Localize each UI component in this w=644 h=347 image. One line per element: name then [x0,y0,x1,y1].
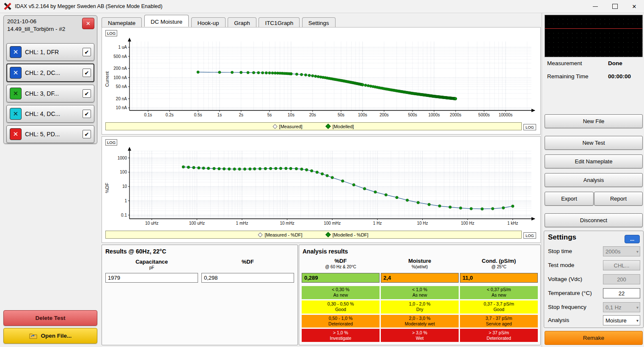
stop-time-label: Stop time [548,248,572,254]
channel-item-2[interactable]: ✕ CHL: 2, DC... ✔ [6,63,94,82]
channel-item-5[interactable]: ✕ CHL: 5, PD... ✔ [6,125,94,143]
new-file-button[interactable]: New File [545,114,643,128]
svg-text:0.2s: 0.2s [165,113,173,117]
log-scale-toggle[interactable]: LOG [105,30,117,36]
settings-group: Settings ... Stop time 2000s ▾ Test mode… [544,231,644,328]
edit-nameplate-button[interactable]: Edit Nameplate [545,154,643,168]
svg-text:100 Hz: 100 Hz [461,221,474,226]
svg-text:50s: 50s [338,113,344,117]
df-value: 0,298 [201,273,294,283]
svg-text:100 uHz: 100 uHz [189,221,205,226]
close-button[interactable]: ✕ [625,0,644,13]
minimize-icon [593,6,598,7]
analysis-button[interactable]: Analysis [545,173,643,187]
svg-text:1: 1 [124,198,127,203]
temperature-input[interactable]: 22 [603,288,640,298]
channel-item-4[interactable]: ✕ CHL: 4, DC... ✔ [6,105,94,123]
tab-graph[interactable]: Graph [228,17,256,28]
class-cell: > 37 pS/mDeteriorated [460,329,538,342]
channel-icon: ✕ [10,67,22,79]
class-cell: 0,37 - 3,7 pS/mGood [460,300,538,314]
channel-item-3[interactable]: ✕ CHL: 3, DF... ✔ [6,85,94,102]
tab-hook-up[interactable]: Hook-up [191,17,226,28]
export-button[interactable]: Export [545,192,594,206]
capacitance-value: 1979 [105,273,198,283]
test-mode-label: Test mode [548,262,574,268]
stop-time-select[interactable]: 2000s ▾ [603,246,640,256]
svg-text:0.1: 0.1 [121,213,127,218]
chart-legend: [Measured] [Modelled] [105,122,522,130]
chevron-down-icon: ▾ [636,318,640,323]
measurement-mini-display [545,15,643,57]
results-col-df: %DF [201,259,294,270]
test-header: 2021-10-06 14.49_till_Torbjörn - #2 ✕ [4,16,97,41]
svg-text:1000: 1000 [118,156,127,160]
svg-text:20 nA: 20 nA [116,96,127,101]
svg-text:10 nA: 10 nA [116,105,127,110]
channel-checkbox[interactable]: ✔ [83,69,91,77]
svg-text:100: 100 [120,170,127,174]
log-scale-toggle[interactable]: LOG [523,124,536,130]
report-button[interactable]: Report [594,192,643,206]
tab-settings[interactable]: Settings [302,17,336,28]
stop-frequency-select[interactable]: 0,1 Hz ▾ [603,302,640,312]
svg-text:1 Hz: 1 Hz [373,221,382,226]
channel-checkbox[interactable]: ✔ [83,130,91,138]
log-scale-toggle[interactable]: LOG [523,232,536,239]
svg-text:0.1s: 0.1s [144,113,152,117]
remaining-time-label: Remaining Time [547,73,589,80]
remaining-time-value: 00:00:00 [608,73,631,80]
open-folder-icon [29,333,38,339]
disconnect-button[interactable]: Disconnect [545,213,643,227]
channel-checkbox[interactable]: ✔ [83,110,91,118]
minimize-button[interactable] [586,0,605,13]
voltage-field[interactable]: 200 [603,274,640,284]
chevron-down-icon: ▾ [636,305,640,310]
class-cell: 1,0 - 2,0 %Dry [381,300,459,314]
svg-text:10 uHz: 10 uHz [145,221,159,226]
test-mode-button[interactable]: CHL... [603,260,640,270]
temperature-label: Temperature (°C) [548,290,592,296]
class-cell: > 3,0 %Wet [381,329,459,342]
voltage-label: Voltage (Vdc) [548,276,582,282]
svg-text:1s: 1s [217,113,222,117]
stop-frequency-label: Stop frequency [548,304,586,310]
close-icon: ✕ [86,20,91,27]
channel-label: CHL: 3, DF... [25,90,59,97]
delete-test-button[interactable]: Delete Test [3,310,97,326]
display-trace-line [545,28,642,29]
class-cell: 2,0 - 3,0 %Moderately wet [381,315,459,328]
settings-more-button[interactable]: ... [625,235,640,243]
svg-text:100s: 100s [358,113,367,117]
analysis-type-select[interactable]: Moisture ▾ [603,315,640,325]
remake-button[interactable]: Remake [545,331,643,345]
chart-legend: [Measured - %DF] [Modelled - %DF] [105,231,522,239]
analysis-cond-value: 11,0 [460,273,538,283]
svg-text:1 uA: 1 uA [118,45,127,50]
close-test-button[interactable]: ✕ [82,18,94,29]
channel-label: CHL: 2, DC... [25,69,60,76]
log-scale-toggle[interactable]: LOG [105,139,117,146]
titlebar: IDAX v5.2.164 by Megger Sweden AB (Servi… [0,0,644,13]
close-icon: ✕ [632,4,637,9]
tab-nameplate[interactable]: Nameplate [102,17,142,28]
tab-itc1graph[interactable]: ITC1Graph [259,17,300,28]
open-file-button[interactable]: Open File... [3,328,97,344]
svg-text:500 nA: 500 nA [113,54,127,59]
measured-marker-icon [272,124,277,129]
new-test-button[interactable]: New Test [545,136,643,150]
svg-text:1000s: 1000s [428,113,440,117]
channel-checkbox[interactable]: ✔ [83,48,91,56]
maximize-button[interactable] [605,0,625,13]
channel-label: CHL: 4, DC... [25,110,60,117]
channel-item-1[interactable]: ✕ CHL: 1, DFR ✔ [6,43,94,61]
svg-text:10s: 10s [288,113,294,117]
analysis-moisture-value: 2,4 [381,273,459,283]
legend-measured: [Measured - %DF] [259,232,302,237]
vertical-divider [542,13,542,347]
right-panel: Measurement Done Remaining Time 00:00:00… [543,13,644,347]
channel-checkbox[interactable]: ✔ [83,89,91,98]
tab-dc-moisture[interactable]: DC Moisture [144,15,189,27]
results-title: Results @ 60Hz, 22°C [105,248,166,255]
svg-text:1 mHz: 1 mHz [236,221,248,226]
